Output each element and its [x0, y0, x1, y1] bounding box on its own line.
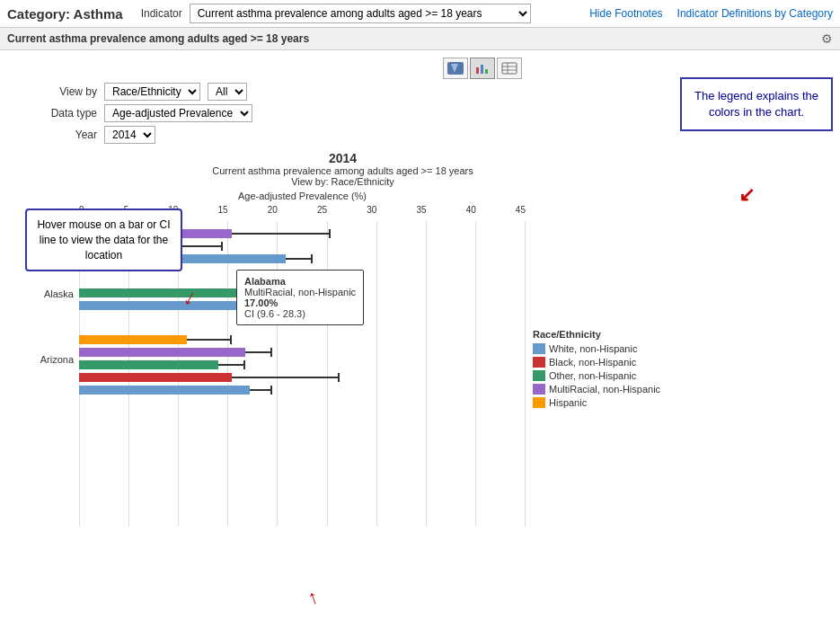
bar-white-alaska[interactable]: [79, 301, 259, 310]
legend-item-black: Black, non-Hispanic: [533, 357, 667, 368]
legend-label-other: Other, non-Hispanic: [549, 370, 636, 381]
legend-item-other: Other, non-Hispanic: [533, 370, 667, 381]
bar-other-arizona[interactable]: [79, 360, 218, 369]
tooltip-value: 17.00%: [244, 297, 356, 308]
state-group-arizona: Arizona: [79, 324, 526, 395]
callout-legend: The legend explains the colors in the ch…: [680, 77, 833, 131]
bar-multi-arizona[interactable]: [79, 348, 245, 357]
svg-rect-4: [485, 69, 488, 74]
svg-rect-5: [502, 63, 517, 74]
top-header: Category: Asthma Indicator Current asthm…: [0, 0, 840, 28]
indicator-definitions-link[interactable]: Indicator Definitions by Category: [677, 7, 833, 20]
legend-color-other: [533, 370, 545, 381]
bar-hispanic-arizona[interactable]: [79, 335, 187, 344]
legend-label-hispanic: Hispanic: [549, 397, 587, 408]
svg-rect-3: [481, 65, 483, 74]
bar-white-arizona[interactable]: [79, 386, 250, 395]
bar-row[interactable]: [79, 334, 526, 345]
legend-item-white: White, non-Hispanic: [533, 343, 667, 354]
x-axis-label: Age-adjusted Prevalence (%): [79, 191, 526, 201]
table-button[interactable]: [497, 58, 522, 79]
callout2-arrow: ↑: [305, 585, 322, 608]
legend-area: Race/Ethnicity White, non-Hispanic Black…: [526, 221, 674, 527]
hide-footnotes-link[interactable]: Hide Footnotes: [589, 7, 662, 20]
legend-item-hispanic: Hispanic: [533, 397, 667, 408]
x-tick-40: 40: [466, 205, 476, 215]
chart-title-area: 2014 Current asthma prevalence among adu…: [7, 151, 678, 187]
legend-label-multi: MultiRacial, non-Hispanic: [549, 384, 660, 395]
year-select[interactable]: 2014: [104, 126, 155, 144]
x-tick-45: 45: [516, 205, 526, 215]
x-tick-25: 25: [317, 205, 327, 215]
x-tick-30: 30: [367, 205, 376, 215]
callout-legend-text: The legend explains the colors in the ch…: [694, 89, 818, 119]
chart-area: View by Race/Ethnicity All Data type Age…: [0, 50, 678, 608]
tooltip-race: MultiRacial, non-Hispanic: [244, 287, 356, 297]
main-content: View by Race/Ethnicity All Data type Age…: [0, 50, 840, 608]
year-row: Year 2014: [43, 126, 678, 144]
year-label: Year: [43, 129, 97, 141]
view-by-all-select[interactable]: All: [208, 83, 247, 101]
view-by-row: View by Race/Ethnicity All: [43, 83, 678, 101]
right-panel: The legend explains the colors in the ch…: [678, 50, 840, 608]
legend-title: Race/Ethnicity: [533, 329, 667, 340]
legend-color-hispanic: [533, 397, 545, 408]
category-title: Category: Asthma: [7, 6, 123, 22]
data-type-select[interactable]: Age-adjusted Prevalence: [104, 104, 252, 122]
bar-black-arizona[interactable]: [79, 373, 232, 382]
sub-header: Current asthma prevalence among adults a…: [0, 28, 840, 50]
view-by-label: View by: [43, 85, 97, 98]
bar-other-alaska[interactable]: [79, 288, 236, 297]
top-right-links: Hide Footnotes Indicator Definitions by …: [589, 7, 833, 20]
data-type-label: Data type: [43, 107, 97, 120]
view-by-select[interactable]: Race/Ethnicity: [104, 83, 200, 101]
sub-header-title: Current asthma prevalence among adults a…: [7, 32, 309, 45]
x-tick-35: 35: [416, 205, 426, 215]
map-button[interactable]: [443, 58, 468, 79]
tooltip-ci: CI (9.6 - 28.3): [244, 308, 305, 319]
chart-button[interactable]: [470, 58, 495, 79]
chart-container: 2014 Current asthma prevalence among adu…: [7, 151, 678, 527]
indicator-label: Indicator: [141, 7, 182, 20]
bar-row[interactable]: [79, 359, 526, 370]
state-label-alaska: Alaska: [9, 288, 74, 299]
callout-hover: Hover mouse on a bar or CI line to view …: [25, 208, 182, 271]
hover-tooltip: Alabama MultiRacial, non-Hispanic 17.00%…: [236, 270, 364, 325]
callout-hover-text: Hover mouse on a bar or CI line to view …: [37, 218, 170, 262]
callout3-arrow: ↙: [738, 183, 755, 207]
legend-color-black: [533, 357, 545, 368]
bar-row[interactable]: [79, 385, 526, 395]
controls: View by Race/Ethnicity All Data type Age…: [43, 83, 678, 144]
tooltip-state: Alabama: [244, 276, 356, 287]
data-type-row: Data type Age-adjusted Prevalence: [43, 104, 678, 122]
x-tick-15: 15: [218, 205, 228, 215]
chart-main-title: 2014: [7, 151, 678, 165]
svg-rect-2: [476, 67, 479, 74]
legend-item-multi: MultiRacial, non-Hispanic: [533, 384, 667, 395]
chart-view-by: View by: Race/Ethnicity: [7, 176, 678, 187]
toolbar-icons: [443, 58, 522, 79]
gear-icon[interactable]: ⚙: [821, 31, 833, 46]
legend-label-white: White, non-Hispanic: [549, 343, 637, 354]
legend-color-white: [533, 343, 545, 354]
state-label-arizona: Arizona: [9, 354, 74, 365]
indicator-select[interactable]: Current asthma prevalence among adults a…: [190, 4, 531, 23]
bar-row[interactable]: [79, 347, 526, 358]
chart-subtitle: Current asthma prevalence among adults a…: [7, 165, 678, 176]
bar-row[interactable]: [79, 372, 526, 383]
legend-label-black: Black, non-Hispanic: [549, 357, 636, 368]
x-tick-20: 20: [268, 205, 278, 215]
legend-color-multi: [533, 384, 545, 395]
